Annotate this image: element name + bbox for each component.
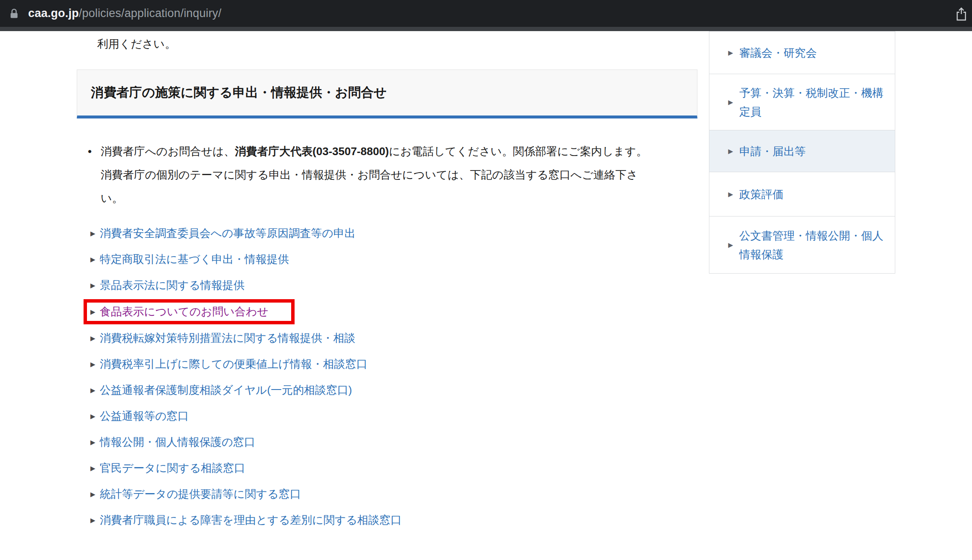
browser-address-bar[interactable]: caa.go.jp/policies/application/inquiry/ xyxy=(0,0,972,27)
sidebar-item[interactable]: ▶ 政策評価 xyxy=(709,172,895,216)
inquiry-link-row: ▶ 食品表示についてのお問い合わせ xyxy=(84,299,295,324)
triangle-bullet-icon: ▶ xyxy=(90,517,100,523)
inquiry-link[interactable]: 消費税率引上げに際しての便乗値上げ情報・相談窓口 xyxy=(100,357,367,372)
page-title: 消費者庁の施策に関する申出・情報提供・お問合せ xyxy=(91,85,387,99)
triangle-bullet-icon: ▶ xyxy=(728,99,739,105)
phone-number: 消費者庁大代表(03-3507-8800) xyxy=(235,145,389,158)
inquiry-link-row: ▶ 官民データに関する相談窓口 xyxy=(90,455,245,481)
inquiry-link[interactable]: 情報公開・個人情報保護の窓口 xyxy=(100,435,255,450)
sidebar-item-label: 予算・決算・税制改正・機構定員 xyxy=(739,84,885,121)
sidebar-nav: ▶ 審議会・研究会 ▶ 予算・決算・税制改正・機構定員 ▶ 申請・届出等 ▶ 政… xyxy=(709,31,895,274)
sentence1-suffix: にお電話してください。関係部署にご案内します。 xyxy=(389,145,647,158)
triangle-bullet-icon: ▶ xyxy=(90,335,100,341)
inquiry-link[interactable]: 官民データに関する相談窓口 xyxy=(100,461,245,476)
toolbar-strip xyxy=(0,27,972,31)
inquiry-link-row: ▶ 消費者庁職員による障害を理由とする差別に関する相談窓口 xyxy=(90,507,402,533)
inquiry-link[interactable]: 消費者安全調査委員会への事故等原因調査等の申出 xyxy=(100,226,356,241)
page-heading-box: 消費者庁の施策に関する申出・情報提供・お問合せ xyxy=(77,69,697,118)
triangle-bullet-icon: ▶ xyxy=(90,387,100,393)
inquiry-link-row: ▶ 情報公開・個人情報保護の窓口 xyxy=(90,429,255,455)
sentence1-prefix: 消費者庁へのお問合せは、 xyxy=(101,145,235,158)
share-icon[interactable] xyxy=(955,7,968,23)
contact-sentence-1: 消費者庁へのお問合せは、消費者庁大代表(03-3507-8800)にお電話してく… xyxy=(101,140,648,163)
inquiry-link-row: ▶ 特定商取引法に基づく申出・情報提供 xyxy=(90,246,289,272)
sidebar-item-label: 政策評価 xyxy=(739,185,784,204)
lock-icon[interactable] xyxy=(9,8,20,19)
inquiry-link[interactable]: 公益通報者保護制度相談ダイヤル(一元的相談窓口) xyxy=(100,383,352,398)
sidebar-item[interactable]: ▶ 審議会・研究会 xyxy=(709,32,895,74)
url-domain: caa.go.jp xyxy=(28,7,79,20)
triangle-bullet-icon: ▶ xyxy=(90,413,100,419)
url-path: /policies/application/inquiry/ xyxy=(79,7,222,20)
sidebar-item[interactable]: ▶ 予算・決算・税制改正・機構定員 xyxy=(709,74,895,130)
inquiry-link[interactable]: 公益通報等の窓口 xyxy=(100,409,189,424)
main-content: 利用ください。 消費者庁の施策に関する申出・情報提供・お問合せ • 消費者庁への… xyxy=(77,31,697,533)
triangle-bullet-icon: ▶ xyxy=(90,256,100,263)
sidebar-item-label: 申請・届出等 xyxy=(739,142,806,161)
inquiry-link[interactable]: 消費税転嫁対策特別措置法に関する情報提供・相談 xyxy=(100,331,356,346)
triangle-bullet-icon: ▶ xyxy=(90,491,100,497)
triangle-bullet-icon: ▶ xyxy=(728,242,739,248)
inquiry-link[interactable]: 景品表示法に関する情報提供 xyxy=(100,278,245,293)
inquiry-link-row: ▶ 消費税転嫁対策特別措置法に関する情報提供・相談 xyxy=(90,325,356,351)
contact-sentence-2: 消費者庁の個別のテーマに関する申出・情報提供・お問合せについては、下記の該当する… xyxy=(101,163,648,210)
triangle-bullet-icon: ▶ xyxy=(90,230,100,237)
bullet-icon: • xyxy=(88,140,101,210)
triangle-bullet-icon: ▶ xyxy=(728,148,739,154)
inquiry-link-row: ▶ 公益通報者保護制度相談ダイヤル(一元的相談窓口) xyxy=(90,377,352,403)
triangle-bullet-icon: ▶ xyxy=(90,361,100,367)
triangle-bullet-icon: ▶ xyxy=(728,49,739,56)
inquiry-link[interactable]: 食品表示についてのお問い合わせ xyxy=(100,304,268,319)
inquiry-link-row: ▶ 消費税率引上げに際しての便乗値上げ情報・相談窓口 xyxy=(90,351,367,377)
sidebar-item-label: 公文書管理・情報公開・個人情報保護 xyxy=(739,226,885,264)
url-text[interactable]: caa.go.jp/policies/application/inquiry/ xyxy=(28,7,222,20)
inquiry-link-row: ▶ 景品表示法に関する情報提供 xyxy=(90,272,245,298)
inquiry-link[interactable]: 消費者庁職員による障害を理由とする差別に関する相談窓口 xyxy=(100,513,402,528)
sidebar-item[interactable]: ▶ 申請・届出等 xyxy=(709,130,895,172)
inquiry-link-row: ▶ 消費者安全調査委員会への事故等原因調査等の申出 xyxy=(90,220,356,246)
inquiry-link[interactable]: 特定商取引法に基づく申出・情報提供 xyxy=(100,252,289,267)
triangle-bullet-icon: ▶ xyxy=(90,465,100,471)
inquiry-link-row: ▶ 公益通報等の窓口 xyxy=(90,403,189,429)
partial-top-text: 利用ください。 xyxy=(97,35,697,52)
inquiry-link[interactable]: 統計等データの提供要請等に関する窓口 xyxy=(100,487,301,502)
contact-paragraph-text: 消費者庁へのお問合せは、消費者庁大代表(03-3507-8800)にお電話してく… xyxy=(101,140,648,210)
inquiry-link-list: ▶ 消費者安全調査委員会への事故等原因調査等の申出 ▶ 特定商取引法に基づく申出… xyxy=(90,220,697,533)
triangle-bullet-icon: ▶ xyxy=(90,282,100,289)
triangle-bullet-icon: ▶ xyxy=(90,439,100,445)
triangle-bullet-icon: ▶ xyxy=(90,309,100,315)
contact-paragraph: • 消費者庁へのお問合せは、消費者庁大代表(03-3507-8800)にお電話し… xyxy=(88,140,697,210)
inquiry-link-row: ▶ 統計等データの提供要請等に関する窓口 xyxy=(90,481,301,507)
sidebar-item-label: 審議会・研究会 xyxy=(739,43,817,62)
sidebar-item[interactable]: ▶ 公文書管理・情報公開・個人情報保護 xyxy=(709,216,895,274)
triangle-bullet-icon: ▶ xyxy=(728,191,739,197)
